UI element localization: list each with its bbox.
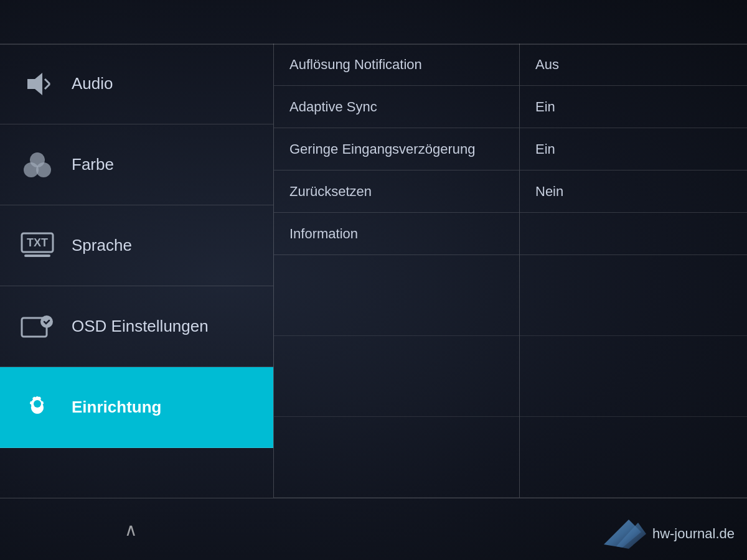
svg-line-2: [45, 84, 50, 89]
sidebar-farbe-label: Farbe: [72, 155, 114, 174]
right-item-zuruecksetzen: Nein: [520, 170, 747, 213]
right-item-aufloesung: Aus: [520, 44, 747, 86]
information-label: Information: [289, 226, 358, 242]
sidebar-osd-label: OSD Einstellungen: [72, 317, 209, 336]
up-arrow[interactable]: ∧: [125, 519, 138, 539]
sidebar-item-osd[interactable]: OSD Einstellungen: [0, 286, 273, 367]
middle-item-adaptive-sync[interactable]: Adaptive Sync: [274, 86, 519, 128]
adaptive-sync-value: Ein: [535, 99, 555, 115]
gear-icon: [19, 389, 56, 426]
svg-line-1: [45, 79, 50, 84]
middle-item-aufloesung[interactable]: Auflösung Notification: [274, 44, 519, 86]
right-item-adaptive-sync: Ein: [520, 86, 747, 128]
sidebar: Audio Farbe TXT: [0, 44, 274, 498]
empty-row-1: [274, 255, 519, 336]
svg-text:TXT: TXT: [27, 236, 48, 249]
sidebar-audio-label: Audio: [72, 74, 113, 93]
right-item-eingangsverzoegerung: Ein: [520, 128, 747, 170]
osd-icon: [19, 308, 56, 345]
txt-icon: TXT: [19, 227, 56, 264]
svg-point-5: [36, 162, 51, 177]
right-item-information: [520, 213, 747, 255]
sidebar-item-farbe[interactable]: Farbe: [0, 124, 273, 205]
watermark: hw-journal.de: [598, 516, 735, 551]
sidebar-item-audio[interactable]: Audio: [0, 44, 273, 124]
right-empty-row-1: [520, 255, 747, 336]
color-icon: [19, 146, 56, 184]
zuruecksetzen-value: Nein: [535, 184, 563, 200]
eingangsverzoegerung-label: Geringe Eingangsverzögerung: [289, 141, 475, 157]
speaker-icon: [19, 65, 56, 103]
watermark-logo-icon: [598, 516, 647, 551]
watermark-text: hw-journal.de: [652, 526, 735, 542]
eingangsverzoegerung-value: Ein: [535, 141, 555, 157]
svg-point-10: [40, 315, 53, 328]
middle-item-information[interactable]: Information: [274, 213, 519, 255]
right-panel: Aus Ein Ein Nein: [520, 44, 747, 498]
svg-point-11: [34, 400, 41, 408]
aufloesung-label: Auflösung Notification: [289, 57, 422, 73]
main-content: Audio Farbe TXT: [0, 0, 747, 498]
middle-item-eingangsverzoegerung[interactable]: Geringe Eingangsverzögerung: [274, 128, 519, 170]
adaptive-sync-label: Adaptive Sync: [289, 99, 377, 115]
middle-panel: Auflösung Notification Adaptive Sync Ger…: [274, 44, 520, 498]
aufloesung-value: Aus: [535, 57, 559, 73]
empty-row-3: [274, 417, 519, 498]
empty-row-2: [274, 336, 519, 417]
sidebar-sprache-label: Sprache: [72, 236, 132, 255]
right-empty-row-3: [520, 417, 747, 498]
zuruecksetzen-label: Zurücksetzen: [289, 184, 372, 200]
svg-rect-8: [24, 254, 50, 257]
sidebar-einrichtung-label: Einrichtung: [72, 398, 161, 417]
sidebar-item-einrichtung[interactable]: Einrichtung: [0, 367, 273, 448]
right-empty-row-2: [520, 336, 747, 417]
sidebar-item-sprache[interactable]: TXT Sprache: [0, 205, 273, 286]
screen: Audio Farbe TXT: [0, 0, 747, 560]
middle-item-zuruecksetzen[interactable]: Zurücksetzen: [274, 170, 519, 213]
bottom-bar: ∧ hw-journal.de: [0, 498, 747, 560]
svg-marker-0: [27, 73, 42, 95]
